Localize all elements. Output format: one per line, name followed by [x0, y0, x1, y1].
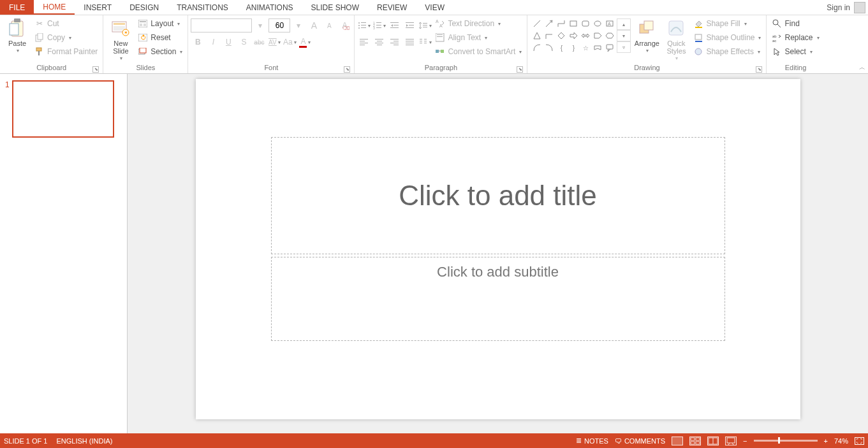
shapes-scroll-up[interactable]: ▴ [617, 18, 631, 30]
columns-button[interactable] [418, 35, 432, 49]
comments-button[interactable]: 🗨COMMENTS [615, 437, 665, 445]
title-placeholder[interactable]: Click to add title [271, 137, 725, 254]
increase-indent-button[interactable] [403, 18, 417, 33]
font-name-dropdown[interactable]: ▾ [253, 18, 267, 33]
tab-review[interactable]: REVIEW [368, 0, 416, 15]
collapse-ribbon-button[interactable]: ︿ [859, 63, 865, 72]
shape-lbrace-icon[interactable]: { [555, 42, 567, 54]
shape-effects-button[interactable]: Shape Effects [691, 45, 763, 59]
tab-transitions[interactable]: TRANSITIONS [168, 0, 237, 15]
layout-button[interactable]: Layout [135, 17, 185, 31]
shape-callout-icon[interactable] [604, 42, 615, 54]
bold-button[interactable]: B [191, 35, 205, 49]
shape-textbox-icon[interactable]: A [604, 18, 615, 29]
shape-hexagon-icon[interactable] [604, 30, 615, 41]
zoom-slider[interactable] [754, 440, 818, 442]
line-spacing-button[interactable] [418, 18, 432, 33]
shapes-more[interactable]: ▿ [617, 41, 631, 53]
convert-smartart-button[interactable]: Convert to SmartArt [432, 45, 524, 59]
align-text-button[interactable]: Align Text [432, 31, 524, 45]
align-center-button[interactable] [372, 35, 386, 49]
shape-line-icon[interactable] [531, 18, 543, 29]
text-direction-button[interactable]: AAText Direction [432, 17, 524, 31]
shape-roundrect-icon[interactable] [580, 18, 591, 29]
thumbnail-1[interactable]: 1 [5, 80, 122, 138]
shape-pentagon-icon[interactable] [592, 30, 603, 41]
shape-arc-icon[interactable] [543, 42, 555, 54]
new-slide-button[interactable]: ✶ New Slide [106, 17, 135, 62]
arrange-button[interactable]: Arrange [632, 17, 661, 55]
slide-canvas-area[interactable]: Click to add title Click to add subtitle [128, 74, 868, 433]
shape-connector-icon[interactable] [555, 18, 567, 29]
zoom-slider-thumb[interactable] [778, 437, 780, 444]
normal-view-button[interactable] [672, 437, 683, 445]
reading-view-button[interactable] [707, 437, 719, 445]
shape-rbrace-icon[interactable]: } [568, 42, 579, 54]
thumbnail-preview[interactable] [12, 80, 114, 138]
shape-arrow-icon[interactable] [543, 18, 555, 29]
language-status[interactable]: ENGLISH (INDIA) [56, 437, 112, 445]
justify-button[interactable] [403, 35, 417, 49]
copy-button[interactable]: Copy [32, 31, 100, 45]
align-right-button[interactable] [388, 35, 402, 49]
slide[interactable]: Click to add title Click to add subtitle [196, 79, 800, 419]
shrink-font-button[interactable]: A [322, 18, 336, 33]
replace-button[interactable]: abacReplace [769, 31, 821, 45]
grow-font-button[interactable]: A [307, 18, 321, 33]
select-button[interactable]: Select [769, 45, 821, 59]
drawing-launcher[interactable]: ⬊ [756, 66, 762, 73]
tab-design[interactable]: DESIGN [121, 0, 168, 15]
char-spacing-button[interactable]: AV [267, 35, 281, 49]
slide-count[interactable]: SLIDE 1 OF 1 [4, 437, 47, 445]
font-color-button[interactable]: A [298, 35, 312, 49]
find-button[interactable]: Find [769, 17, 821, 31]
shape-elbow-icon[interactable] [543, 30, 555, 41]
slide-sorter-view-button[interactable] [689, 437, 701, 445]
decrease-indent-button[interactable] [388, 18, 402, 33]
shapes-scroll-down[interactable]: ▾ [617, 30, 631, 41]
tab-file[interactable]: FILE [0, 0, 34, 15]
zoom-out-button[interactable]: − [743, 437, 747, 445]
format-painter-button[interactable]: Format Painter [32, 45, 100, 59]
paste-button[interactable]: Paste [3, 17, 32, 55]
underline-button[interactable]: U [221, 35, 235, 49]
strikethrough-button[interactable]: abc [252, 35, 266, 49]
notes-button[interactable]: ≣NOTES [576, 437, 608, 445]
slideshow-view-button[interactable] [725, 437, 737, 445]
font-size-dropdown[interactable]: ▾ [291, 18, 305, 33]
shape-outline-button[interactable]: Shape Outline [691, 31, 763, 45]
bullets-button[interactable] [357, 18, 371, 33]
shadow-button[interactable]: S [237, 35, 251, 49]
subtitle-placeholder[interactable]: Click to add subtitle [271, 257, 725, 341]
shapes-gallery[interactable]: A { } ☆ [531, 18, 615, 54]
shape-diamond-icon[interactable] [555, 30, 567, 41]
clipboard-launcher[interactable]: ⬊ [92, 66, 99, 73]
zoom-level[interactable]: 74% [834, 437, 848, 445]
tab-animations[interactable]: ANIMATIONS [237, 0, 302, 15]
fit-to-window-button[interactable]: ⛶ [855, 437, 864, 445]
shape-rect-icon[interactable] [568, 18, 579, 29]
quick-styles-button[interactable]: Quick Styles [661, 17, 691, 62]
shape-fill-button[interactable]: Shape Fill [691, 17, 763, 31]
user-avatar-icon[interactable] [854, 2, 865, 13]
tab-home[interactable]: HOME [34, 0, 75, 15]
font-size-input[interactable] [268, 18, 290, 33]
clear-formatting-button[interactable]: A⌫ [337, 18, 351, 33]
font-name-input[interactable] [191, 18, 252, 33]
shape-block-arrow-icon[interactable] [568, 30, 579, 41]
cut-button[interactable]: ✂Cut [32, 17, 100, 31]
shape-star-icon[interactable]: ☆ [580, 42, 591, 54]
paragraph-launcher[interactable]: ⬊ [517, 66, 523, 73]
zoom-in-button[interactable]: + [824, 437, 828, 445]
reset-button[interactable]: Reset [135, 31, 185, 45]
section-button[interactable]: Section [135, 45, 185, 59]
tab-view[interactable]: VIEW [416, 0, 453, 15]
align-left-button[interactable] [357, 35, 371, 49]
shape-oval-icon[interactable] [592, 18, 603, 29]
tab-insert[interactable]: INSERT [75, 0, 121, 15]
shape-triangle-icon[interactable] [531, 30, 543, 41]
font-launcher[interactable]: ⬊ [344, 66, 350, 73]
numbering-button[interactable]: 123 [372, 18, 386, 33]
change-case-button[interactable]: Aa [283, 35, 297, 49]
shape-banner-icon[interactable] [592, 42, 603, 54]
